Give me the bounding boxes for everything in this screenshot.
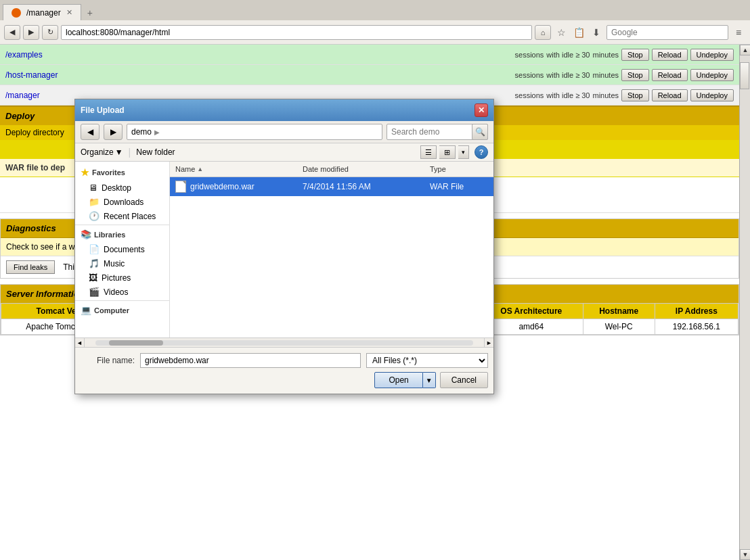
new-tab-btn[interactable]: +	[81, 4, 99, 20]
bookmark-icon[interactable]: 📋	[571, 25, 586, 40]
open-btn[interactable]: Open	[374, 372, 422, 388]
dialog-search-btn[interactable]: 🔍	[472, 124, 488, 140]
menu-icon[interactable]: ≡	[731, 25, 746, 40]
organize-label: Organize	[81, 147, 114, 157]
tab-bar: /manager ✕ +	[0, 0, 750, 20]
filename-input[interactable]	[140, 353, 361, 368]
dialog-search-container: 🔍	[387, 124, 488, 140]
dialog-path: demo ▶	[127, 124, 382, 140]
view-dropdown-btn[interactable]: ▾	[458, 145, 469, 159]
hscroll-track	[95, 340, 473, 346]
active-tab[interactable]: /manager ✕	[3, 4, 81, 20]
music-icon: 🎵	[89, 258, 100, 269]
sidebar-divider-1	[75, 225, 169, 225]
browser-chrome: /manager ✕ + ◀ ▶ ↻ ⌂ ☆ 📋 ⬇ ≡	[0, 0, 750, 45]
col-sort-arrow: ▲	[197, 166, 203, 172]
desktop-label: Desktop	[102, 183, 131, 193]
refresh-btn[interactable]: ↻	[42, 25, 58, 40]
view-buttons: ☰ ⊞ ▾ ?	[420, 145, 488, 159]
search-input[interactable]	[606, 25, 728, 40]
filetype-select[interactable]: All Files (*.*)	[366, 353, 488, 368]
sidebar-recent[interactable]: 🕐 Recent Places	[75, 209, 169, 223]
view-list-btn[interactable]: ☰	[420, 145, 437, 159]
documents-icon: 📄	[89, 244, 100, 254]
hscroll-right-btn[interactable]: ►	[484, 338, 493, 347]
videos-label: Videos	[104, 287, 128, 297]
dialog-body: ★ Favorites 🖥 Desktop 📁 Downloads 🕐 Rece…	[75, 162, 493, 337]
computer-icon: 💻	[81, 305, 91, 315]
downloads-label: Downloads	[104, 197, 144, 207]
dialog-bottom: File name: All Files (*.*) Open ▼ Cancel	[75, 347, 493, 394]
sidebar-documents[interactable]: 📄 Documents	[75, 242, 169, 256]
dialog-close-btn[interactable]: ✕	[475, 103, 488, 117]
organize-arrow-icon: ▼	[115, 147, 123, 157]
dialog-path-arrow: ▶	[154, 129, 160, 136]
home-btn[interactable]: ⌂	[535, 25, 551, 40]
download-icon[interactable]: ⬇	[589, 25, 604, 40]
organize-btn[interactable]: Organize ▼	[81, 147, 123, 157]
hscroll-left-btn[interactable]: ◄	[75, 338, 85, 347]
file-date-0: 7/4/2014 11:56 AM	[297, 181, 424, 193]
file-upload-dialog: File Upload ✕ ◀ ▶ demo ▶ 🔍 Organize	[74, 99, 494, 394]
col-name-label: Name	[175, 165, 195, 173]
file-type-0: WAR File	[424, 181, 493, 193]
dialog-nav-toolbar: ◀ ▶ demo ▶ 🔍	[75, 121, 493, 143]
computer-label: Computer	[94, 306, 129, 314]
star-icon[interactable]: ☆	[554, 25, 569, 40]
filename-label: File name:	[81, 356, 135, 365]
col-name[interactable]: Name ▲	[170, 163, 297, 175]
col-type[interactable]: Type	[424, 163, 493, 175]
toolbar-divider: |	[129, 147, 131, 158]
cancel-btn[interactable]: Cancel	[440, 372, 488, 388]
file-row-0[interactable]: gridwebdemo.war 7/4/2014 11:56 AM WAR Fi…	[170, 177, 493, 196]
computer-header: 💻 Computer	[75, 302, 169, 318]
view-grid-btn[interactable]: ⊞	[439, 145, 456, 159]
dialog-hscroll[interactable]: ◄ ►	[75, 337, 493, 347]
pictures-icon: 🖼	[89, 273, 97, 283]
recent-icon: 🕐	[89, 211, 100, 221]
dialog-overlay: File Upload ✕ ◀ ▶ demo ▶ 🔍 Organize	[0, 45, 750, 560]
forward-btn[interactable]: ▶	[23, 25, 39, 40]
sidebar-divider-2	[75, 300, 169, 301]
sidebar-desktop[interactable]: 🖥 Desktop	[75, 181, 169, 195]
open-dropdown-btn[interactable]: ▼	[423, 372, 436, 388]
dialog-titlebar: File Upload ✕	[75, 99, 493, 121]
back-btn[interactable]: ◀	[4, 25, 20, 40]
col-date[interactable]: Date modified	[297, 163, 424, 175]
libraries-header: 📚 Libraries	[75, 227, 169, 242]
libraries-label: Libraries	[94, 231, 125, 239]
col-type-label: Type	[430, 165, 446, 173]
col-date-label: Date modified	[303, 165, 349, 173]
sidebar-music[interactable]: 🎵 Music	[75, 256, 169, 271]
favorites-header: ★ Favorites	[75, 164, 169, 181]
dialog-filelist: Name ▲ Date modified Type gri	[170, 162, 493, 337]
downloads-icon: 📁	[89, 197, 100, 207]
help-btn[interactable]: ?	[475, 145, 488, 159]
tab-close-btn[interactable]: ✕	[66, 8, 72, 17]
new-folder-btn[interactable]: New folder	[136, 147, 175, 157]
desktop-icon: 🖥	[89, 183, 97, 193]
address-input[interactable]	[61, 25, 532, 40]
open-btn-group: Open ▼	[374, 372, 435, 388]
sidebar-pictures[interactable]: 🖼 Pictures	[75, 271, 169, 285]
recent-label: Recent Places	[104, 212, 156, 221]
star-icon: ★	[81, 167, 89, 178]
firefox-icon	[12, 8, 21, 18]
address-bar: ◀ ▶ ↻ ⌂ ☆ 📋 ⬇ ≡	[0, 20, 750, 45]
dialog-path-label: demo	[131, 127, 152, 137]
file-name-label-0: gridwebdemo.war	[190, 182, 255, 191]
file-doc-icon-0	[175, 181, 186, 193]
favorites-label: Favorites	[92, 168, 125, 177]
hscroll-thumb[interactable]	[109, 340, 163, 346]
sidebar-downloads[interactable]: 📁 Downloads	[75, 195, 169, 209]
sidebar-videos[interactable]: 🎬 Videos	[75, 285, 169, 299]
filelist-header: Name ▲ Date modified Type	[170, 162, 493, 177]
file-name-0: gridwebdemo.war	[170, 179, 297, 194]
dialog-back-btn[interactable]: ◀	[81, 124, 100, 140]
pictures-label: Pictures	[102, 273, 131, 283]
dialog-sidebar: ★ Favorites 🖥 Desktop 📁 Downloads 🕐 Rece…	[75, 162, 170, 337]
toolbar-icons: ☆ 📋 ⬇	[554, 25, 604, 40]
music-label: Music	[104, 259, 125, 269]
documents-label: Documents	[104, 245, 145, 254]
dialog-forward-btn[interactable]: ▶	[104, 124, 123, 140]
